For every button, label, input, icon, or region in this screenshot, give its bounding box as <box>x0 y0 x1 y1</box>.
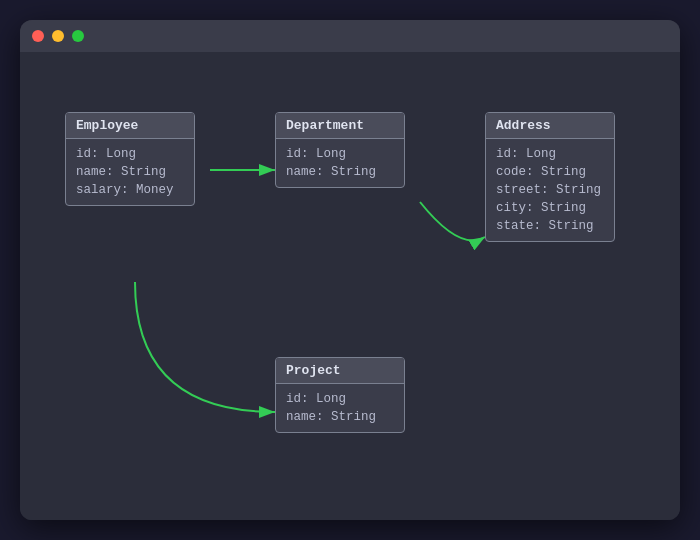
application-window: Employee id: Long name: String salary: M… <box>20 20 680 520</box>
entity-department-fields: id: Long name: String <box>276 139 404 187</box>
entity-address-field-3: city: String <box>496 199 604 217</box>
entity-address-field-1: code: String <box>496 163 604 181</box>
entity-project-fields: id: Long name: String <box>276 384 404 432</box>
minimize-button[interactable] <box>52 30 64 42</box>
entity-department-field-1: name: String <box>286 163 394 181</box>
entity-department-title: Department <box>286 118 364 133</box>
entity-employee-field-1: name: String <box>76 163 184 181</box>
maximize-button[interactable] <box>72 30 84 42</box>
arrow-department-address <box>420 202 485 240</box>
entity-address-field-2: street: String <box>496 181 604 199</box>
entity-employee-field-0: id: Long <box>76 145 184 163</box>
entity-project-field-0: id: Long <box>286 390 394 408</box>
titlebar <box>20 20 680 52</box>
entity-project: Project id: Long name: String <box>275 357 405 433</box>
entity-address-title: Address <box>496 118 551 133</box>
entity-address-fields: id: Long code: String street: String cit… <box>486 139 614 241</box>
entity-address-field-0: id: Long <box>496 145 604 163</box>
entity-department: Department id: Long name: String <box>275 112 405 188</box>
entity-employee-header: Employee <box>66 113 194 139</box>
entity-address: Address id: Long code: String street: St… <box>485 112 615 242</box>
close-button[interactable] <box>32 30 44 42</box>
entity-department-header: Department <box>276 113 404 139</box>
diagram-canvas: Employee id: Long name: String salary: M… <box>20 52 680 520</box>
arrow-employee-project <box>135 282 275 412</box>
entity-employee-field-2: salary: Money <box>76 181 184 199</box>
entity-project-title: Project <box>286 363 341 378</box>
entity-address-field-4: state: String <box>496 217 604 235</box>
entity-project-field-1: name: String <box>286 408 394 426</box>
entity-employee-title: Employee <box>76 118 138 133</box>
entity-department-field-0: id: Long <box>286 145 394 163</box>
entity-address-header: Address <box>486 113 614 139</box>
entity-project-header: Project <box>276 358 404 384</box>
entity-employee-fields: id: Long name: String salary: Money <box>66 139 194 205</box>
entity-employee: Employee id: Long name: String salary: M… <box>65 112 195 206</box>
